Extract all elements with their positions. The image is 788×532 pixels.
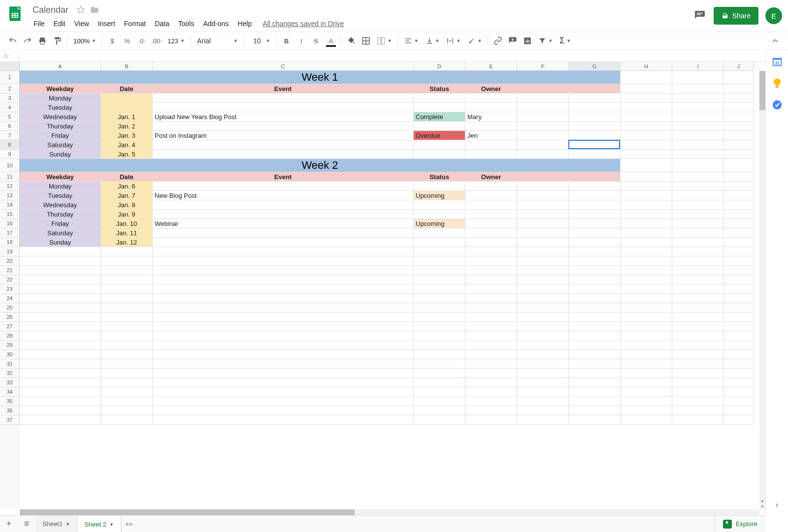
tab-scroll-left-icon[interactable]: ◀ bbox=[125, 521, 129, 527]
cell-J21[interactable] bbox=[724, 266, 754, 275]
cell-E5[interactable]: Mary bbox=[465, 112, 517, 122]
cell-A19[interactable] bbox=[20, 247, 101, 256]
cell-E14[interactable] bbox=[465, 200, 517, 210]
cell-G30[interactable] bbox=[569, 350, 621, 359]
cell-J7[interactable] bbox=[724, 131, 754, 140]
cell-H12[interactable] bbox=[621, 182, 672, 191]
cell-F9[interactable] bbox=[517, 150, 569, 159]
cell-C3[interactable] bbox=[153, 94, 414, 103]
row-header-11[interactable]: 11 bbox=[0, 172, 20, 182]
cell-C33[interactable] bbox=[153, 378, 414, 387]
cell-I10[interactable] bbox=[672, 159, 724, 172]
row-header-3[interactable]: 3 bbox=[0, 94, 20, 103]
column-header-B[interactable]: B bbox=[101, 62, 153, 71]
cell-H26[interactable] bbox=[621, 313, 672, 322]
cell-J5[interactable] bbox=[724, 112, 754, 122]
cell-G11[interactable] bbox=[569, 172, 621, 182]
cell-J16[interactable] bbox=[724, 219, 754, 228]
cell-G20[interactable] bbox=[569, 256, 621, 266]
cell-A3[interactable]: Monday bbox=[20, 94, 101, 103]
cell-I8[interactable] bbox=[672, 140, 724, 150]
cell-A15[interactable]: Thursday bbox=[20, 210, 101, 219]
cell-H24[interactable] bbox=[621, 294, 672, 303]
cell-A36[interactable] bbox=[20, 406, 101, 415]
cell-A25[interactable] bbox=[20, 303, 101, 313]
cell-I30[interactable] bbox=[672, 350, 724, 359]
cell-E32[interactable] bbox=[465, 369, 517, 378]
cell-H6[interactable] bbox=[621, 122, 672, 131]
cell-B16[interactable]: Jan. 10 bbox=[101, 219, 153, 228]
cell-E8[interactable] bbox=[465, 140, 517, 150]
cell-F4[interactable] bbox=[517, 103, 569, 112]
cell-J8[interactable] bbox=[724, 140, 754, 150]
star-icon[interactable] bbox=[76, 5, 85, 14]
cell-D26[interactable] bbox=[414, 313, 465, 322]
cell-I29[interactable] bbox=[672, 341, 724, 350]
cell-F21[interactable] bbox=[517, 266, 569, 275]
cell-D20[interactable] bbox=[414, 256, 465, 266]
cell-J30[interactable] bbox=[724, 350, 754, 359]
cell-C12[interactable] bbox=[153, 182, 414, 191]
h-align-button[interactable]: ▼ bbox=[401, 34, 422, 47]
cell-H16[interactable] bbox=[621, 219, 672, 228]
cell-C4[interactable] bbox=[153, 103, 414, 112]
cell-H2[interactable] bbox=[621, 84, 672, 94]
cell-C2[interactable]: Event bbox=[153, 84, 414, 94]
increase-decimal-button[interactable]: .00↑ bbox=[150, 34, 164, 47]
cell-C15[interactable] bbox=[153, 210, 414, 219]
menu-help[interactable]: Help bbox=[234, 18, 256, 30]
sheets-logo-icon[interactable] bbox=[6, 4, 26, 24]
cell-H37[interactable] bbox=[621, 415, 672, 425]
cell-D2[interactable]: Status bbox=[414, 84, 465, 94]
cell-G31[interactable] bbox=[569, 359, 621, 369]
row-header-6[interactable]: 6 bbox=[0, 122, 20, 131]
cell-B2[interactable]: Date bbox=[101, 84, 153, 94]
cell-B33[interactable] bbox=[101, 378, 153, 387]
cell-D33[interactable] bbox=[414, 378, 465, 387]
cell-I11[interactable] bbox=[672, 172, 724, 182]
cell-I9[interactable] bbox=[672, 150, 724, 159]
cell-D14[interactable] bbox=[414, 200, 465, 210]
cell-G24[interactable] bbox=[569, 294, 621, 303]
cell-F31[interactable] bbox=[517, 359, 569, 369]
cell-F30[interactable] bbox=[517, 350, 569, 359]
menu-insert[interactable]: Insert bbox=[94, 18, 119, 30]
cell-E30[interactable] bbox=[465, 350, 517, 359]
sheet-tab-sheet2[interactable]: Sheet 2▼ bbox=[77, 516, 121, 532]
row-header-34[interactable]: 34 bbox=[0, 387, 20, 397]
cell-F6[interactable] bbox=[517, 122, 569, 131]
cell-J37[interactable] bbox=[724, 415, 754, 425]
comments-icon[interactable] bbox=[693, 9, 707, 23]
cell-A31[interactable] bbox=[20, 359, 101, 369]
row-header-5[interactable]: 5 bbox=[0, 112, 20, 122]
cell-B28[interactable] bbox=[101, 331, 153, 341]
cell-I1[interactable] bbox=[672, 71, 724, 84]
save-status[interactable]: All changes saved in Drive bbox=[263, 20, 344, 28]
cell-D22[interactable] bbox=[414, 275, 465, 284]
cell-G35[interactable] bbox=[569, 397, 621, 406]
cell-C32[interactable] bbox=[153, 369, 414, 378]
sheet-tab-sheet1[interactable]: Sheet1▼ bbox=[35, 516, 77, 532]
cell-A6[interactable]: Thursday bbox=[20, 122, 101, 131]
cell-H28[interactable] bbox=[621, 331, 672, 341]
cell-F36[interactable] bbox=[517, 406, 569, 415]
explore-button[interactable]: Explore bbox=[715, 516, 765, 532]
cell-B18[interactable]: Jan. 12 bbox=[101, 238, 153, 247]
cell-G37[interactable] bbox=[569, 415, 621, 425]
cell-J33[interactable] bbox=[724, 378, 754, 387]
cell-A1[interactable]: Week 1 bbox=[20, 71, 621, 84]
keep-addon-icon[interactable] bbox=[772, 78, 783, 89]
cell-H5[interactable] bbox=[621, 112, 672, 122]
cell-B35[interactable] bbox=[101, 397, 153, 406]
cell-H10[interactable] bbox=[621, 159, 672, 172]
cell-B34[interactable] bbox=[101, 387, 153, 397]
cell-B5[interactable]: Jan. 1 bbox=[101, 112, 153, 122]
cell-A16[interactable]: Friday bbox=[20, 219, 101, 228]
cell-E20[interactable] bbox=[465, 256, 517, 266]
cell-C34[interactable] bbox=[153, 387, 414, 397]
move-folder-icon[interactable] bbox=[90, 5, 99, 14]
cell-I26[interactable] bbox=[672, 313, 724, 322]
cell-A12[interactable]: Monday bbox=[20, 182, 101, 191]
cell-E19[interactable] bbox=[465, 247, 517, 256]
cell-J26[interactable] bbox=[724, 313, 754, 322]
